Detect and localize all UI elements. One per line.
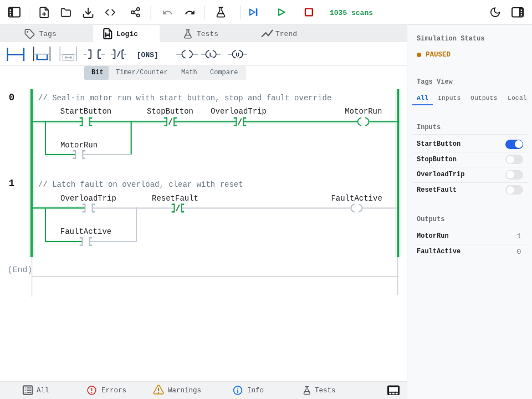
svg-text:FaultActive: FaultActive bbox=[331, 194, 382, 203]
svg-text:MotorRun: MotorRun bbox=[60, 141, 98, 150]
svg-text:1: 1 bbox=[9, 178, 15, 189]
svg-text:L: L bbox=[209, 51, 213, 58]
svg-text:[ONS]: [ONS] bbox=[137, 51, 158, 59]
svg-text:MotorRun: MotorRun bbox=[345, 107, 382, 116]
svg-text:// Seal-in motor run with star: // Seal-in motor run with start button, … bbox=[38, 94, 331, 103]
svg-text:StopButton: StopButton bbox=[147, 107, 193, 116]
svg-text:0: 0 bbox=[9, 92, 15, 103]
svg-text:OverloadTrip: OverloadTrip bbox=[60, 194, 116, 203]
svg-text:// Latch fault on overload, cl: // Latch fault on overload, clear with r… bbox=[38, 180, 243, 189]
svg-text:U: U bbox=[236, 51, 239, 58]
svg-text:FaultActive: FaultActive bbox=[60, 227, 111, 236]
svg-text:StartButton: StartButton bbox=[60, 107, 111, 116]
svg-text:OverloadTrip: OverloadTrip bbox=[211, 107, 267, 116]
svg-text:(End): (End) bbox=[8, 265, 33, 275]
svg-text:ResetFault: ResetFault bbox=[152, 194, 198, 203]
